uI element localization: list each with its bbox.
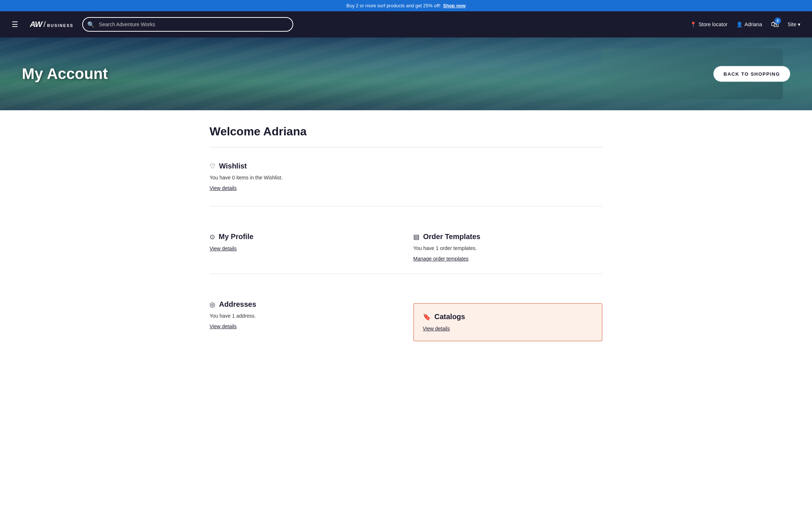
header: ☰ AW / BUSINESS 🔍 📍 Store locator 👤 Adri… — [0, 11, 812, 37]
wishlist-desc: You have 0 items in the Wishlist. — [210, 175, 602, 180]
address-icon: ◎ — [210, 301, 215, 309]
chevron-down-icon: ▾ — [798, 21, 800, 27]
addresses-section: ◎ Addresses You have 1 address. View det… — [210, 289, 406, 353]
catalogs-box: 🔖 Catalogs View details — [413, 303, 602, 341]
order-templates-manage-link[interactable]: Manage order templates — [413, 256, 469, 262]
location-icon: 📍 — [690, 21, 696, 27]
cart-badge: 0 — [775, 17, 781, 24]
addresses-header: ◎ Addresses — [210, 300, 384, 309]
search-input[interactable] — [82, 17, 293, 32]
logo-slash: / — [43, 20, 45, 29]
catalogs-section: 🔖 Catalogs View details — [406, 289, 602, 353]
page-title: My Account — [0, 65, 108, 83]
site-label: Site — [788, 21, 796, 27]
welcome-heading: Welcome Adriana — [210, 125, 602, 138]
user-icon: 👤 — [736, 21, 743, 27]
catalogs-title: Catalogs — [434, 313, 465, 321]
store-locator-label: Store locator — [698, 21, 727, 27]
divider — [210, 147, 602, 147]
my-profile-section: ⊙ My Profile View details — [210, 221, 406, 274]
profile-title: My Profile — [219, 233, 254, 241]
order-templates-header: ▤ Order Templates — [413, 233, 602, 241]
back-to-shopping-button[interactable]: BACK TO SHOPPING — [713, 66, 790, 82]
main-content: Welcome Adriana ♡ Wishlist You have 0 it… — [188, 110, 624, 368]
promo-link[interactable]: Shop now — [443, 3, 466, 8]
addresses-catalogs-row: ◎ Addresses You have 1 address. View det… — [210, 289, 602, 353]
wishlist-header: ♡ Wishlist — [210, 162, 602, 170]
profile-icon: ⊙ — [210, 233, 215, 241]
order-templates-title: Order Templates — [423, 233, 480, 241]
wishlist-title: Wishlist — [219, 162, 247, 170]
order-templates-section: ▤ Order Templates You have 1 order templ… — [406, 221, 602, 274]
logo-aw: AW — [30, 20, 42, 29]
user-label: Adriana — [745, 21, 762, 27]
logo[interactable]: AW / BUSINESS — [30, 20, 73, 29]
promo-text: Buy 2 or more surf products and get 25% … — [346, 3, 440, 8]
order-template-icon: ▤ — [413, 233, 419, 241]
user-account[interactable]: 👤 Adriana — [736, 21, 762, 27]
addresses-view-details-link[interactable]: View details — [210, 323, 236, 329]
section-divider-2 — [210, 274, 602, 274]
hamburger-icon[interactable]: ☰ — [12, 20, 18, 29]
section-divider-1 — [210, 206, 602, 206]
wishlist-view-details-link[interactable]: View details — [210, 185, 236, 191]
promo-banner: Buy 2 or more surf products and get 25% … — [0, 0, 812, 11]
site-dropdown[interactable]: Site ▾ — [788, 21, 800, 27]
order-templates-desc: You have 1 order templates. — [413, 245, 602, 251]
catalog-icon: 🔖 — [423, 313, 431, 321]
cart[interactable]: 🛍 0 — [771, 20, 779, 29]
heart-icon: ♡ — [210, 162, 215, 170]
wishlist-section: ♡ Wishlist You have 0 items in the Wishl… — [210, 162, 602, 191]
addresses-desc: You have 1 address. — [210, 313, 384, 319]
catalogs-header: 🔖 Catalogs — [423, 313, 593, 321]
search-icon: 🔍 — [87, 21, 95, 28]
header-right: 📍 Store locator 👤 Adriana 🛍 0 Site ▾ — [690, 20, 800, 29]
logo-business: BUSINESS — [47, 23, 73, 28]
profile-header: ⊙ My Profile — [210, 233, 384, 241]
search-bar: 🔍 — [82, 17, 293, 32]
profile-orders-row: ⊙ My Profile View details ▤ Order Templa… — [210, 221, 602, 274]
catalogs-view-details-link[interactable]: View details — [423, 326, 450, 332]
store-locator[interactable]: 📍 Store locator — [690, 21, 727, 27]
profile-view-details-link[interactable]: View details — [210, 246, 236, 251]
hero-banner: My Account BACK TO SHOPPING — [0, 37, 812, 110]
addresses-title: Addresses — [219, 300, 256, 309]
